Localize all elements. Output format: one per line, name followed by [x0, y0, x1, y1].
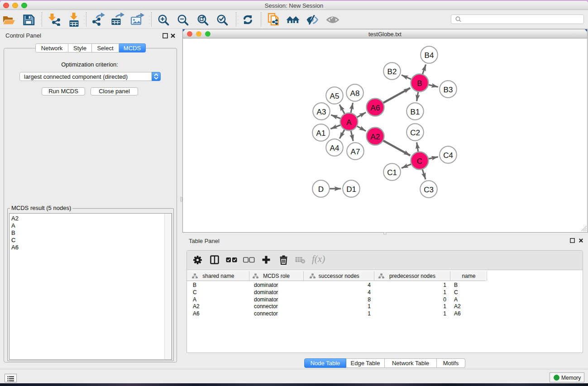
svg-text:D1: D1 [346, 185, 356, 194]
svg-text:A7: A7 [351, 148, 360, 156]
svg-text:C: C [417, 157, 422, 166]
svg-text:A1: A1 [316, 129, 326, 138]
svg-text:A5: A5 [330, 92, 339, 100]
svg-text:A8: A8 [350, 89, 360, 98]
svg-text:B1: B1 [411, 108, 420, 116]
svg-text:A4: A4 [330, 144, 339, 152]
svg-text:A: A [346, 118, 352, 127]
svg-text:A2: A2 [371, 133, 380, 141]
svg-text:C1: C1 [387, 168, 397, 177]
svg-text:B: B [417, 79, 422, 88]
svg-text:D: D [318, 185, 324, 194]
svg-text:C2: C2 [410, 129, 420, 137]
svg-text:A3: A3 [317, 108, 326, 116]
svg-text:C4: C4 [443, 151, 453, 160]
svg-text:A6: A6 [371, 104, 380, 112]
svg-text:B2: B2 [387, 67, 397, 76]
svg-text:B3: B3 [444, 86, 453, 94]
svg-text:C3: C3 [424, 186, 434, 194]
svg-text:B4: B4 [425, 51, 434, 60]
